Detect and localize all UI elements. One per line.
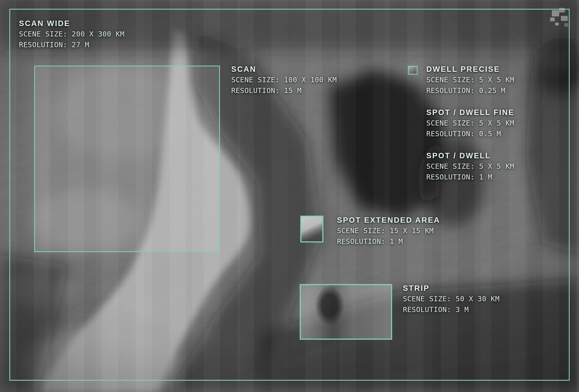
sar-modes-infographic: SCAN WIDE SCENE SIZE: 200 X 300 KM RESOL… bbox=[0, 0, 579, 392]
spot-extended-area-frame-texture bbox=[301, 217, 322, 241]
strip-label: STRIP SCENE SIZE: 50 X 30 KM RESOLUTION:… bbox=[403, 283, 500, 315]
strip-frame-texture bbox=[301, 285, 391, 339]
scan-frame bbox=[34, 66, 220, 252]
spot-extended-area-scene-size: SCENE SIZE: 15 X 15 KM bbox=[337, 226, 440, 236]
spot-dwell-fine-label: SPOT / DWELL FINE SCENE SIZE: 5 X 5 KM R… bbox=[426, 107, 515, 139]
spot-dwell-fine-scene-size: SCENE SIZE: 5 X 5 KM bbox=[426, 118, 515, 129]
spot-dwell-fine-title: SPOT / DWELL FINE bbox=[426, 107, 515, 118]
dwell-precise-scene-size: SCENE SIZE: 5 X 5 KM bbox=[426, 75, 514, 85]
scanline-artifact bbox=[0, 6, 579, 7]
scan-wide-label: SCAN WIDE SCENE SIZE: 200 X 300 KM RESOL… bbox=[19, 18, 124, 50]
spot-extended-area-resolution: RESOLUTION: 1 M bbox=[337, 236, 440, 247]
spot-dwell-resolution: RESOLUTION: 1 M bbox=[426, 172, 514, 183]
spot-extended-area-frame bbox=[300, 216, 323, 242]
scan-scene-size: SCENE SIZE: 100 X 100 KM bbox=[231, 75, 337, 85]
spot-dwell-label: SPOT / DWELL SCENE SIZE: 5 X 5 KM RESOLU… bbox=[426, 150, 514, 183]
strip-title: STRIP bbox=[403, 283, 500, 294]
spot-extended-area-title: SPOT EXTENDED AREA bbox=[337, 215, 440, 226]
spot-dwell-scene-size: SCENE SIZE: 5 X 5 KM bbox=[426, 161, 514, 172]
dwell-precise-title: DWELL PRECISE bbox=[426, 64, 514, 75]
dwell-precise-label: DWELL PRECISE SCENE SIZE: 5 X 5 KM RESOL… bbox=[426, 64, 514, 96]
scan-wide-resolution: RESOLUTION: 27 M bbox=[19, 40, 124, 50]
scan-wide-title: SCAN WIDE bbox=[19, 18, 124, 29]
dwell-precise-resolution: RESOLUTION: 0.25 M bbox=[426, 85, 514, 96]
scan-label: SCAN SCENE SIZE: 100 X 100 KM RESOLUTION… bbox=[231, 64, 337, 96]
scan-wide-scene-size: SCENE SIZE: 200 X 300 KM bbox=[19, 29, 124, 40]
scan-frame-texture bbox=[35, 66, 219, 251]
scan-title: SCAN bbox=[231, 64, 337, 75]
spot-dwell-title: SPOT / DWELL bbox=[426, 150, 514, 161]
strip-scene-size: SCENE SIZE: 50 X 30 KM bbox=[403, 294, 500, 304]
strip-resolution: RESOLUTION: 3 M bbox=[403, 304, 500, 315]
spot-extended-area-label: SPOT EXTENDED AREA SCENE SIZE: 15 X 15 K… bbox=[337, 215, 440, 247]
spot-dwell-fine-resolution: RESOLUTION: 0.5 M bbox=[426, 129, 515, 139]
strip-frame bbox=[300, 284, 392, 340]
dwell-precise-frame-texture bbox=[409, 67, 417, 74]
dwell-precise-frame bbox=[408, 66, 418, 75]
scan-resolution: RESOLUTION: 15 M bbox=[231, 85, 337, 96]
